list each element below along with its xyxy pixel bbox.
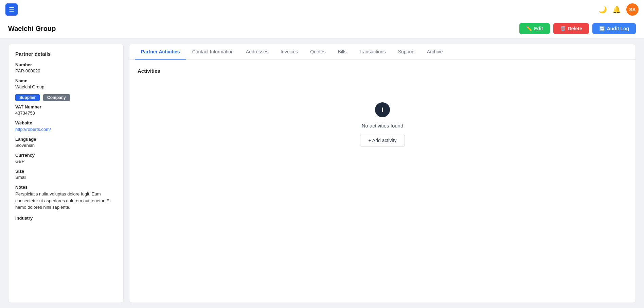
field-website: Website http://roberts.com/ xyxy=(15,120,117,132)
language-label: Language xyxy=(15,137,117,142)
page-header: Waelchi Group ✏️ Edit 🗑️ Delete 🔄 Audit … xyxy=(0,19,644,38)
notes-value: Perspiciatis nulla voluptas dolore fugit… xyxy=(15,191,117,211)
tab-partner-activities[interactable]: Partner Activities xyxy=(135,44,186,60)
delete-button[interactable]: 🗑️ Delete xyxy=(553,23,589,34)
tab-transactions[interactable]: Transactions xyxy=(353,44,392,60)
field-industry: Industry xyxy=(15,216,117,221)
main-content: Partner details Number PAR-000020 Name W… xyxy=(0,38,644,308)
partner-details-panel: Partner details Number PAR-000020 Name W… xyxy=(8,44,124,303)
website-label: Website xyxy=(15,120,117,125)
tab-quotes[interactable]: Quotes xyxy=(304,44,332,60)
vat-label: VAT Number xyxy=(15,104,117,109)
audit-log-button[interactable]: 🔄 Audit Log xyxy=(592,23,636,34)
tabs-bar: Partner Activities Contact Information A… xyxy=(129,44,636,60)
field-language: Language Slovenian xyxy=(15,137,117,148)
activities-section-title: Activities xyxy=(138,68,627,74)
navbar: ☰ 🌙 🔔 SA xyxy=(0,0,644,19)
name-value: Waelchi Group xyxy=(15,84,117,89)
delete-icon: 🗑️ xyxy=(560,26,566,31)
vat-value: 43734753 xyxy=(15,110,117,116)
tab-content: Activities i No activities found + Add a… xyxy=(129,60,636,175)
field-currency: Currency GBP xyxy=(15,153,117,164)
tab-archive[interactable]: Archive xyxy=(421,44,449,60)
navbar-left: ☰ xyxy=(5,3,18,16)
edit-button[interactable]: ✏️ Edit xyxy=(519,23,550,34)
currency-value: GBP xyxy=(15,159,117,164)
number-label: Number xyxy=(15,62,117,67)
size-value: Small xyxy=(15,175,117,180)
add-activity-button[interactable]: + Add activity xyxy=(360,134,405,147)
field-vat: VAT Number 43734753 xyxy=(15,104,117,116)
delete-button-label: Delete xyxy=(568,26,582,31)
tab-support[interactable]: Support xyxy=(392,44,421,60)
badges: Supplier Company xyxy=(15,94,117,101)
name-label: Name xyxy=(15,78,117,83)
badge-supplier: Supplier xyxy=(15,94,40,101)
tab-invoices[interactable]: Invoices xyxy=(274,44,304,60)
hamburger-button[interactable]: ☰ xyxy=(5,3,18,16)
edit-button-label: Edit xyxy=(534,26,543,31)
size-label: Size xyxy=(15,169,117,174)
language-value: Slovenian xyxy=(15,143,117,148)
right-panel: Partner Activities Contact Information A… xyxy=(129,44,636,303)
avatar[interactable]: SA xyxy=(626,3,639,16)
hamburger-icon: ☰ xyxy=(9,6,14,13)
number-value: PAR-000020 xyxy=(15,68,117,73)
empty-state: i No activities found + Add activity xyxy=(138,82,627,167)
field-size: Size Small xyxy=(15,169,117,180)
header-actions: ✏️ Edit 🗑️ Delete 🔄 Audit Log xyxy=(519,23,636,34)
industry-label: Industry xyxy=(15,216,117,221)
no-activities-text: No activities found xyxy=(362,123,404,129)
tab-addresses[interactable]: Addresses xyxy=(240,44,274,60)
notes-label: Notes xyxy=(15,185,117,190)
panel-title: Partner details xyxy=(15,51,117,57)
tab-bills[interactable]: Bills xyxy=(332,44,353,60)
currency-label: Currency xyxy=(15,153,117,158)
field-number: Number PAR-000020 xyxy=(15,62,117,73)
audit-log-label: Audit Log xyxy=(607,26,629,31)
tab-contact-information[interactable]: Contact Information xyxy=(186,44,240,60)
website-link[interactable]: http://roberts.com/ xyxy=(15,127,51,132)
bell-icon[interactable]: 🔔 xyxy=(612,5,621,14)
badge-company: Company xyxy=(43,94,70,101)
field-notes: Notes Perspiciatis nulla voluptas dolore… xyxy=(15,185,117,211)
navbar-right: 🌙 🔔 SA xyxy=(598,3,639,16)
field-name: Name Waelchi Group xyxy=(15,78,117,89)
audit-icon: 🔄 xyxy=(599,26,605,31)
info-icon: i xyxy=(375,102,390,117)
moon-icon[interactable]: 🌙 xyxy=(598,5,607,14)
edit-icon: ✏️ xyxy=(526,26,532,31)
page-title: Waelchi Group xyxy=(8,25,56,33)
